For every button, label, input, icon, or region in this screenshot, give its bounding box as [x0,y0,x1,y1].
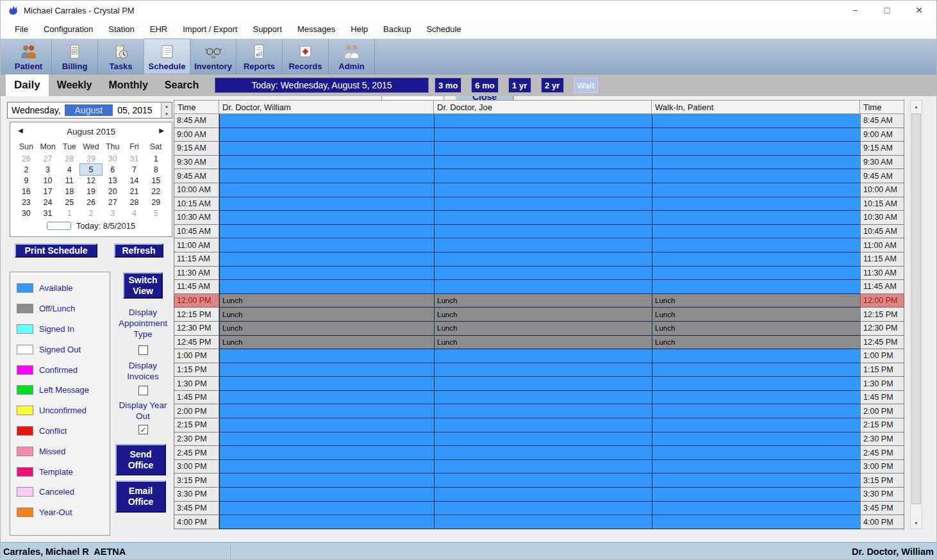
slot-walk-in-patient[interactable] [652,474,860,488]
slot-dr-doctor-william[interactable] [219,238,434,252]
menu-item-configuration[interactable]: Configuration [36,24,101,34]
wait-button[interactable]: Wait [574,78,598,93]
toolbar-button-admin[interactable]: Admin [329,39,375,74]
range-button-2-yr[interactable]: 2 yr [541,78,564,93]
date-picker-month-selected[interactable]: August [65,104,113,116]
calendar-day[interactable]: 24 [37,197,59,208]
calendar-day[interactable]: 29 [145,197,167,208]
calendar-day[interactable]: 23 [15,197,37,208]
toolbar-button-schedule[interactable]: Schedule [144,39,190,74]
calendar-day[interactable]: 4 [124,208,145,218]
menu-item-schedule[interactable]: Schedule [419,24,468,34]
slot-dr-doctor-william[interactable]: Lunch [219,294,434,308]
calendar-day[interactable]: 2 [80,208,102,218]
slot-dr-doctor-joe[interactable] [434,349,652,363]
slot-dr-doctor-joe[interactable]: Lunch [434,294,652,308]
calendar-day[interactable]: 9 [15,175,37,186]
spin-up-icon[interactable]: ▲ [162,103,172,110]
calendar-day[interactable]: 6 [102,164,124,175]
calendar-day[interactable]: 26 [80,197,102,208]
toolbar-button-inventory[interactable]: 14Inventory [190,39,236,74]
calendar-day[interactable]: 25 [58,197,80,208]
display-appointment-type-checkbox[interactable] [138,345,148,355]
calendar-day[interactable]: 14 [124,175,145,186]
tab-daily[interactable]: Daily [6,74,49,96]
calendar-day[interactable]: 19 [80,186,102,197]
slot-dr-doctor-william[interactable] [219,432,434,447]
slot-dr-doctor-william[interactable] [219,404,434,418]
toolbar-button-tasks[interactable]: Tasks [98,39,144,74]
slot-dr-doctor-william[interactable]: Lunch [219,322,434,336]
slot-dr-doctor-william[interactable] [219,349,434,363]
vertical-scrollbar[interactable]: ▲ ▼ [910,100,922,529]
minimize-button[interactable]: − [839,1,871,20]
slot-dr-doctor-william[interactable]: Lunch [219,336,434,350]
slot-dr-doctor-joe[interactable] [434,225,652,239]
slot-dr-doctor-william[interactable] [219,280,434,294]
calendar-prev-icon[interactable]: ◀ [18,127,23,134]
menu-item-file[interactable]: File [7,24,36,34]
calendar-day[interactable]: 27 [37,153,59,164]
slot-dr-doctor-joe[interactable]: Lunch [434,308,652,322]
slot-dr-doctor-william[interactable] [219,142,434,156]
slot-dr-doctor-william[interactable] [219,225,434,239]
calendar-day[interactable]: 27 [102,197,124,208]
calendar-day[interactable]: 15 [145,175,167,186]
slot-dr-doctor-william[interactable] [219,418,434,432]
slot-dr-doctor-william[interactable] [219,515,434,529]
slot-walk-in-patient[interactable] [652,363,860,377]
spin-down-icon[interactable]: ▼ [162,110,172,118]
date-picker[interactable]: Wednesday, August 05, 2015 ▲▼ [7,102,172,119]
slot-dr-doctor-joe[interactable] [434,474,652,488]
calendar-day[interactable]: 1 [145,153,167,164]
today-date-button[interactable]: Today: Wednesday, August 5, 2015 [215,78,429,93]
tab-monthly[interactable]: Monthly [101,74,156,96]
slot-walk-in-patient[interactable] [652,446,860,460]
slot-walk-in-patient[interactable] [652,225,860,239]
calendar-day[interactable]: 2 [15,164,37,175]
slot-dr-doctor-joe[interactable] [434,211,652,225]
slot-walk-in-patient[interactable] [652,183,860,197]
calendar-day[interactable]: 31 [124,153,145,164]
switch-view-button[interactable]: Switch View [123,272,163,299]
slot-dr-doctor-william[interactable] [219,114,434,128]
slot-dr-doctor-william[interactable] [219,211,434,225]
slot-dr-doctor-joe[interactable] [434,515,652,529]
slot-dr-doctor-william[interactable] [219,460,434,474]
tab-search[interactable]: Search [156,74,207,96]
toolbar-button-reports[interactable]: Reports [236,39,283,74]
toolbar-button-records[interactable]: Records [283,39,329,74]
maximize-button[interactable]: □ [871,1,903,20]
range-button-3-mo[interactable]: 3 mo [435,78,461,93]
slot-walk-in-patient[interactable] [652,169,860,183]
display-year-out-checkbox[interactable]: ✓ [138,425,148,434]
calendar-day[interactable]: 3 [102,208,124,218]
calendar-day[interactable]: 10 [37,175,59,186]
slot-dr-doctor-william[interactable] [219,377,434,391]
slot-walk-in-patient[interactable]: Lunch [652,336,860,350]
calendar-day[interactable]: 31 [37,208,59,218]
slot-dr-doctor-joe[interactable] [434,252,652,267]
calendar-day[interactable]: 11 [58,175,80,186]
slot-walk-in-patient[interactable]: Lunch [652,322,860,336]
refresh-button[interactable]: Refresh [114,243,163,258]
toolbar-button-patient[interactable]: Patient [6,39,52,74]
calendar-day[interactable]: 22 [145,186,167,197]
slot-dr-doctor-joe[interactable] [434,280,652,294]
slot-walk-in-patient[interactable] [652,280,860,294]
slot-walk-in-patient[interactable] [652,156,860,170]
calendar-day[interactable]: 12 [80,175,102,186]
scrollbar-thumb[interactable] [911,113,921,504]
slot-dr-doctor-william[interactable] [219,252,434,267]
slot-dr-doctor-william[interactable] [219,183,434,197]
email-office-button[interactable]: Email Office [115,481,166,513]
range-button-1-yr[interactable]: 1 yr [508,78,531,93]
slot-dr-doctor-william[interactable] [219,502,434,516]
slot-dr-doctor-joe[interactable] [434,169,652,183]
scroll-up-icon[interactable]: ▲ [911,101,922,112]
slot-dr-doctor-joe[interactable]: Lunch [434,336,652,350]
slot-walk-in-patient[interactable]: Lunch [652,294,860,308]
calendar-day[interactable]: 29 [80,153,102,164]
slot-walk-in-patient[interactable] [652,349,860,363]
calendar-day[interactable]: 4 [58,164,80,175]
